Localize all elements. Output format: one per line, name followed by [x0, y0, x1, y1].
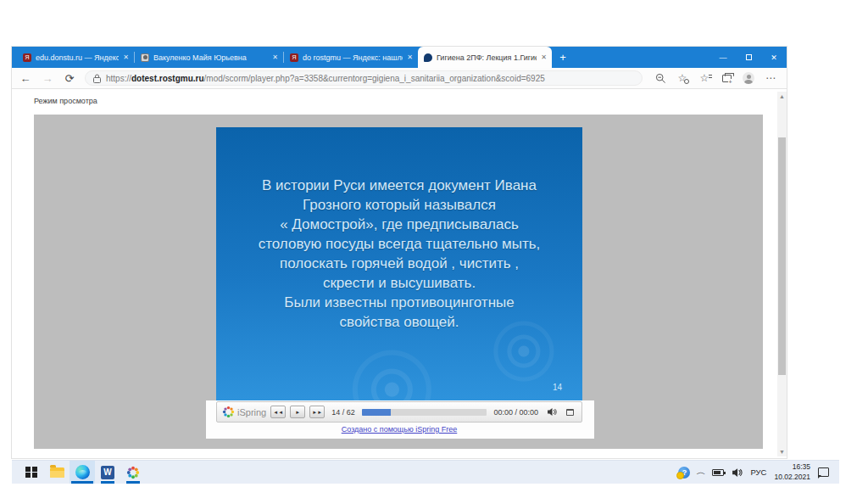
- ispring-player-bar: iSpring ◄◄ ► ►► 14 / 62 00:00 / 00:00: [216, 401, 582, 423]
- progress-bar[interactable]: [362, 409, 487, 416]
- scroll-down-icon[interactable]: ▼: [777, 447, 787, 456]
- browser-window: Я edu.donstu.ru — Яндекс: нашло ✕ Вакуле…: [12, 47, 787, 458]
- forward-icon[interactable]: →: [41, 72, 54, 85]
- slide-line: Были известны противоцинготные: [225, 293, 574, 312]
- pages-plus-glyph: [722, 75, 732, 82]
- open-app-indicator: [101, 481, 114, 484]
- tab-edu-donstu[interactable]: Я edu.donstu.ru — Яндекс: нашло ✕: [17, 47, 134, 68]
- ispring-free-link[interactable]: Создано с помощью iSpring Free: [342, 425, 458, 434]
- play-button[interactable]: ►: [290, 406, 305, 418]
- language-indicator[interactable]: РУС: [750, 467, 766, 477]
- start-button[interactable]: [19, 461, 44, 484]
- address-bar[interactable]: https://dotest.rostgmu.ru/mod/scorm/play…: [85, 70, 643, 86]
- new-tab-button[interactable]: +: [552, 47, 574, 68]
- minimize-button[interactable]: —: [710, 47, 736, 68]
- minimize-icon: —: [720, 53, 727, 62]
- url-text: https://dotest.rostgmu.ru/mod/scorm/play…: [106, 74, 545, 83]
- time-display: 00:00 / 00:00: [493, 408, 538, 417]
- volume-icon[interactable]: [545, 406, 559, 418]
- tab-strip: Я edu.donstu.ru — Яндекс: нашло ✕ Вакуле…: [12, 47, 787, 68]
- edge-icon: [75, 465, 90, 479]
- speaker-glyph: [732, 467, 743, 478]
- scrollbar-thumb[interactable]: [778, 137, 786, 375]
- yandex-icon: Я: [290, 53, 298, 62]
- view-mode-label: Режим просмотра: [34, 97, 97, 105]
- active-app-indicator: [71, 481, 93, 484]
- prev-slide-button[interactable]: ◄◄: [270, 406, 286, 418]
- ispring-logo: iSpring: [222, 406, 266, 418]
- scorm-stage: В истории Руси имеется документ Ивана Гр…: [34, 115, 763, 449]
- maximize-button[interactable]: [736, 47, 761, 68]
- tab-title: edu.donstu.ru — Яндекс: нашло: [36, 53, 119, 62]
- ispring-taskbar-button[interactable]: [120, 461, 146, 484]
- browser-toolbar: ← → ⟳ https://dotest.rostgmu.ru/mod/scor…: [12, 68, 787, 89]
- url-scheme: https://: [106, 74, 131, 83]
- portrait-icon: [141, 53, 149, 62]
- ispring-pinwheel-icon: [222, 406, 235, 418]
- tab-vakulenko[interactable]: Вакуленко Майя Юрьевна ✕: [135, 47, 283, 68]
- open-app-indicator: [126, 481, 140, 484]
- collections-icon[interactable]: [717, 70, 736, 86]
- taskbar: W ? ︿: [12, 460, 839, 484]
- slide-counter: 14 / 62: [331, 408, 355, 417]
- vertical-scrollbar[interactable]: ▲ ▼: [777, 92, 787, 456]
- maximize-icon: [746, 54, 752, 60]
- tab-close-icon[interactable]: ✕: [272, 53, 278, 61]
- tab-title: Гигиена 2ПФ: Лекция 1.Гигиена: [437, 53, 537, 62]
- url-path: /mod/scorm/player.php?a=3358&currentorg=…: [204, 74, 545, 83]
- back-icon[interactable]: ←: [19, 72, 32, 85]
- slide-line: столовую посуды всегда тщательно мыть,: [225, 234, 574, 254]
- pinwheel-app-icon: [126, 466, 140, 479]
- tab-close-icon[interactable]: ✕: [407, 53, 413, 61]
- word-icon: W: [101, 466, 114, 479]
- windows-logo-icon: [25, 467, 37, 479]
- expand-glyph: [566, 409, 574, 416]
- ispring-brand-name: iSpring: [237, 407, 266, 417]
- yandex-icon: Я: [23, 53, 31, 62]
- next-slide-button[interactable]: ►►: [309, 406, 325, 418]
- lock-icon: [93, 74, 101, 83]
- word-taskbar-button[interactable]: W: [95, 461, 120, 484]
- tab-do-rostgmu[interactable]: Я do rostgmu — Яндекс: нашлос ✕: [284, 47, 418, 68]
- hidden-icons-chevron[interactable]: ︿: [697, 467, 706, 477]
- slide-text: В истории Руси имеется документ Ивана Гр…: [225, 176, 574, 332]
- profile-avatar[interactable]: [739, 70, 758, 86]
- favorites-bar-icon[interactable]: ☆: [695, 70, 714, 86]
- tab-close-icon[interactable]: ✕: [123, 53, 129, 61]
- tray-date: 10.02.2021: [774, 473, 810, 481]
- tray-time: 16:35: [793, 462, 810, 471]
- slide-line: « Домострой», где предписывалась: [225, 215, 574, 234]
- system-tray: ? ︿ РУС 16:35 10.02.2021: [678, 461, 839, 484]
- close-button[interactable]: ✕: [761, 47, 787, 68]
- edge-taskbar-button[interactable]: [70, 461, 95, 484]
- volume-tray-icon[interactable]: [732, 467, 743, 478]
- file-explorer-button[interactable]: [44, 461, 70, 484]
- favorites-icon[interactable]: ☆: [673, 70, 692, 86]
- progress-fill: [362, 409, 391, 416]
- more-menu-icon[interactable]: ⋯: [761, 70, 780, 86]
- slide-line: скрести и высушивать.: [225, 273, 574, 293]
- close-icon: ✕: [771, 53, 777, 62]
- zoom-icon[interactable]: [651, 70, 670, 86]
- clock[interactable]: 16:35 10.02.2021: [774, 462, 810, 481]
- tab-title: do rostgmu — Яндекс: нашлос: [303, 53, 403, 62]
- desktop: Я edu.donstu.ru — Яндекс: нашло ✕ Вакуле…: [0, 0, 868, 487]
- magnifier-minus-glyph: [655, 73, 666, 84]
- tab-close-icon[interactable]: ✕: [541, 53, 547, 61]
- refresh-icon[interactable]: ⟳: [63, 72, 76, 85]
- tab-gigiena-active[interactable]: Гигиена 2ПФ: Лекция 1.Гигиена ✕: [418, 47, 552, 68]
- scroll-up-icon[interactable]: ▲: [777, 92, 787, 101]
- person-icon: [743, 72, 754, 84]
- fullscreen-icon[interactable]: [563, 406, 576, 418]
- battery-icon[interactable]: [712, 469, 724, 476]
- slide-line: полоскать горячей водой , чистить ,: [225, 254, 574, 273]
- action-center-icon[interactable]: [818, 467, 829, 477]
- speaker-glyph: [547, 407, 557, 417]
- url-domain: dotest.rostgmu.ru: [131, 74, 204, 83]
- presentation-slide: В истории Руси имеется документ Ивана Гр…: [216, 127, 582, 400]
- course-icon: [424, 53, 432, 62]
- slide-line: Грозного который назывался: [225, 195, 574, 215]
- help-tray-icon[interactable]: ?: [678, 467, 690, 479]
- ispring-footer: Создано с помощью iSpring Free: [216, 425, 582, 434]
- slide-number: 14: [553, 383, 562, 392]
